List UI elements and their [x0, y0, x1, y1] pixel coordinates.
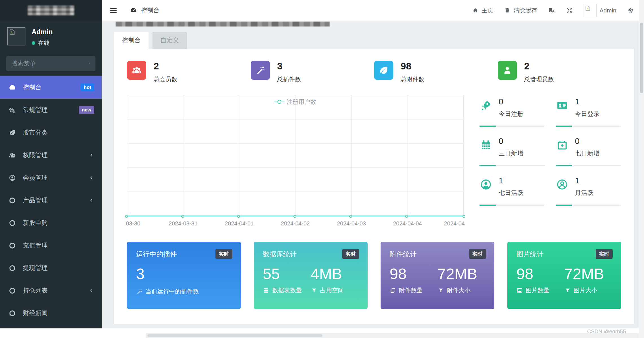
circle-icon	[8, 287, 16, 295]
card-image-stats: 图片统计 实时 98 图片数量 72MB 图片大小	[507, 242, 621, 309]
mini-stat-value: 0	[575, 137, 600, 145]
hamburger-menu-icon[interactable]	[110, 6, 117, 14]
language-icon[interactable]	[548, 7, 555, 14]
sidebar-item-withdrawal[interactable]: 提现管理	[0, 257, 102, 279]
database-icon	[263, 287, 269, 294]
hot-badge: hot	[81, 84, 94, 91]
realtime-badge: 实时	[469, 249, 486, 259]
card-running-plugins: 运行中的插件 实时 3 当前运行中的插件数	[127, 242, 241, 309]
mini-stat-label: 三日新增	[499, 149, 523, 158]
settings-gear-icon[interactable]	[627, 7, 634, 14]
sidebar-item-label: 会员管理	[23, 174, 48, 182]
topbar-title-label: 控制台	[141, 6, 160, 15]
sidebar-item-stock-categories[interactable]: 股市分类	[0, 121, 102, 144]
funnel-icon	[564, 287, 571, 294]
circle-icon	[8, 264, 16, 272]
sidebar-item-label: 股市分类	[23, 128, 48, 137]
copy-icon	[390, 287, 396, 294]
users-icon	[131, 65, 142, 76]
stat-value: 2	[154, 61, 177, 71]
chevron-left-icon	[89, 175, 94, 181]
data-point	[125, 215, 128, 218]
topbar: 控制台 主页 清除缓存 Admin	[102, 0, 644, 21]
mini-stat-value: 1	[575, 176, 593, 185]
chart-legend[interactable]: 注册用户数	[274, 98, 316, 106]
tab-dashboard[interactable]: 控制台	[114, 32, 149, 49]
card-value: 4MB	[311, 266, 359, 281]
x-tick: 2024-04-04	[393, 220, 422, 227]
topbar-avatar	[584, 4, 597, 17]
card-footer-label: 图片数量	[526, 286, 549, 294]
card-value: 98	[390, 266, 438, 281]
x-tick: 2024-04-02	[281, 220, 310, 227]
fullscreen-icon[interactable]	[566, 7, 573, 14]
vertical-scrollbar-thumb[interactable]	[640, 23, 643, 93]
mini-stat-month-active: 1 月活跃	[556, 176, 621, 206]
data-point	[237, 215, 240, 218]
sidebar-item-general-settings[interactable]: 常规管理 new	[0, 99, 102, 121]
sidebar-item-recharge[interactable]: 充值管理	[0, 234, 102, 257]
online-status-dot	[32, 41, 35, 45]
user-circle-outline-icon	[556, 178, 569, 191]
stat-value: 2	[524, 61, 554, 71]
sidebar-item-finance-news[interactable]: 财经新闻	[0, 302, 102, 324]
mini-stat-label: 月活跃	[575, 189, 593, 197]
stat-total-members: 2 总会员数	[127, 61, 251, 83]
topbar-user-menu[interactable]: Admin	[584, 4, 616, 17]
x-tick: 2024-03-31	[169, 220, 198, 227]
sidebar-item-members[interactable]: 会员管理	[0, 166, 102, 189]
funnel-icon	[438, 287, 444, 294]
vertical-scrollbar[interactable]	[639, 0, 644, 338]
mini-stat-label: 今日注册	[499, 110, 523, 118]
user-avatar[interactable]	[7, 27, 25, 45]
sidebar-item-permissions[interactable]: 权限管理	[0, 144, 102, 166]
x-tick: 2024-04-01	[225, 220, 254, 227]
card-value: 3	[136, 266, 232, 281]
sidebar-item-products[interactable]: 产品管理	[0, 189, 102, 212]
circle-icon	[8, 219, 16, 227]
sidebar-item-label: 产品管理	[23, 196, 48, 205]
home-label: 主页	[481, 6, 493, 14]
topbar-clear-cache-link[interactable]: 清除缓存	[504, 6, 537, 14]
sidebar-menu: 控制台 hot 常规管理 new 股市分类 权限管理 会员管理	[0, 76, 102, 324]
user-name: Admin	[32, 28, 53, 36]
mini-stat-progress	[556, 205, 621, 206]
data-point	[349, 215, 352, 218]
trash-icon	[504, 7, 510, 14]
card-value: 55	[263, 266, 311, 281]
search-icon[interactable]	[89, 60, 90, 67]
user-circle-solid-icon	[479, 178, 492, 191]
chart-plot-area: 注册用户数	[127, 95, 464, 216]
sidebar-item-positions[interactable]: 持仓列表	[0, 279, 102, 302]
sidebar-item-ipo-subscription[interactable]: 新股申购	[0, 212, 102, 234]
user-circle-icon	[8, 174, 16, 182]
leaf-icon	[378, 65, 389, 76]
users-icon	[8, 152, 16, 159]
sidebar-item-label: 提现管理	[23, 264, 48, 272]
topbar-home-link[interactable]: 主页	[472, 6, 493, 14]
chevron-left-icon	[89, 152, 94, 158]
dashboard-icon	[130, 7, 137, 14]
mini-stat-value: 0	[499, 97, 523, 106]
card-value: 72MB	[564, 266, 612, 281]
horizontal-scrollbar[interactable]	[146, 333, 644, 338]
mini-stat-value: 1	[575, 97, 600, 106]
search-input[interactable]	[11, 60, 89, 67]
mini-stat-progress	[556, 165, 621, 166]
sidebar-item-dashboard[interactable]: 控制台 hot	[0, 76, 102, 99]
stat-value: 3	[277, 61, 301, 71]
horizontal-scrollbar-thumb[interactable]	[147, 334, 322, 337]
data-point	[462, 215, 465, 218]
app-logo[interactable]	[0, 0, 102, 21]
magic-wand-icon	[255, 65, 266, 76]
data-point	[293, 215, 296, 218]
mini-stat-value: 1	[499, 176, 523, 185]
mini-stat-progress	[479, 205, 545, 206]
blurred-logo-image	[28, 6, 74, 15]
online-status-label: 在线	[38, 39, 49, 47]
legend-label: 注册用户数	[287, 98, 316, 106]
sidebar-search	[6, 56, 95, 71]
topbar-user-name: Admin	[599, 7, 616, 14]
mini-stat-today-logins: 1 今日登录	[556, 97, 621, 127]
tab-custom[interactable]: 自定义	[152, 32, 187, 49]
